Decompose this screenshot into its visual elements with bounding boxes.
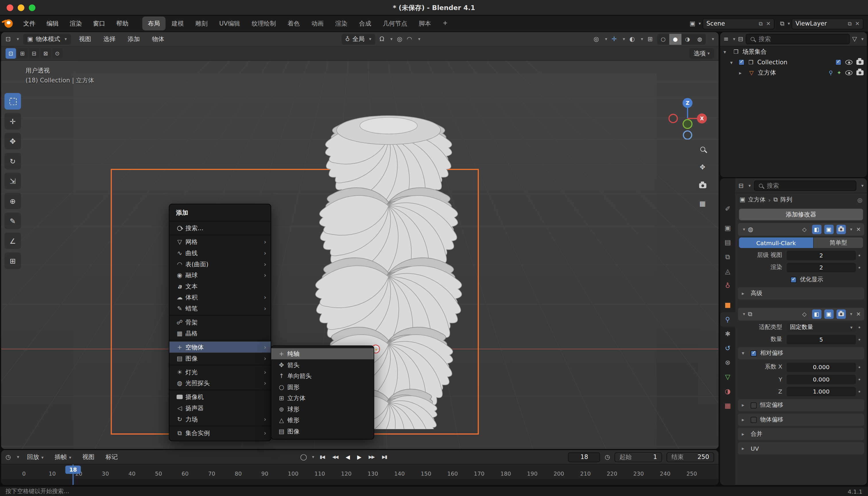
add-menu-item[interactable]: ☁ 体积 › (169, 292, 271, 303)
viewlayer-name-field[interactable]: ViewLayer ⧉ ✕ (792, 18, 864, 29)
new-scene-icon[interactable]: ⧉ (759, 20, 763, 27)
add-menu-item[interactable] (169, 365, 271, 366)
animate-dot[interactable] (856, 254, 863, 256)
jump-to-end-button[interactable]: ▶▮ (380, 453, 389, 461)
topbar-menu[interactable]: 渲染 (65, 17, 87, 30)
add-modifier-button[interactable]: 添加修改器 (739, 209, 863, 220)
submenu-item[interactable]: ✥ 箭头 (271, 359, 374, 371)
exclude-checkbox[interactable] (835, 59, 841, 65)
constant-offset-section[interactable]: ▸ 恒定偏移 (738, 399, 864, 411)
tab-object[interactable]: ■ (720, 298, 735, 312)
timeline-track-strip[interactable] (1, 479, 718, 485)
add-menu-item[interactable]: ∿ 曲线 › (169, 247, 271, 259)
workspace-tab[interactable]: 雕刻 (190, 17, 213, 30)
topbar-menu[interactable]: 文件 (18, 17, 41, 30)
submenu-item[interactable]: ↑ 单向箭头 (271, 370, 374, 382)
workspace-tab[interactable]: 布局 (142, 17, 166, 30)
timeline-ruler[interactable]: 0 10 20 30 40 50 60 70 80 90 (1, 464, 718, 479)
object-offset-section[interactable]: ▸ 物体偏移 (738, 414, 864, 426)
relative-offset-checkbox[interactable] (750, 350, 757, 356)
annotate-tool[interactable]: ✎ (4, 213, 21, 229)
play-reverse-button[interactable]: ◀ (344, 452, 352, 462)
select-subtract-button[interactable]: ⊟ (29, 48, 39, 59)
overlays-icon[interactable]: ◐ (630, 35, 635, 43)
proportional-editing-icon[interactable]: ◎ (397, 35, 402, 43)
new-viewlayer-icon[interactable]: ⧉ (848, 20, 852, 27)
navigation-gizmo[interactable]: Z X (666, 97, 709, 140)
workspace-tab[interactable]: 着色 (282, 17, 306, 30)
workspace-tab[interactable]: 建模 (166, 17, 189, 30)
select-intersect-button[interactable]: ⊙ (52, 48, 63, 59)
viewport-menu[interactable]: 添加 (124, 33, 143, 45)
constant-offset-checkbox[interactable] (750, 402, 757, 408)
pin-icon[interactable]: ◎ (857, 196, 863, 203)
frame-end-field[interactable]: 结束 250 (666, 452, 714, 462)
shading-wireframe-button[interactable]: ○ (657, 34, 669, 45)
workspace-tab[interactable]: 脚本 (413, 17, 437, 30)
tab-texture[interactable]: ▦ (720, 399, 735, 413)
transform-tool[interactable]: ⊕ (4, 192, 21, 209)
select-invert-button[interactable]: ⊠ (41, 48, 51, 59)
play-button[interactable]: ▶ (355, 452, 363, 462)
animate-dot[interactable] (856, 391, 863, 392)
submenu-item[interactable]: ⊚ 球形 (271, 404, 374, 415)
properties-search-input[interactable]: 搜索 (754, 180, 856, 191)
workspace-tab[interactable]: 渲染 (330, 17, 353, 30)
object-offset-checkbox[interactable] (750, 417, 757, 422)
workspace-tab[interactable]: 合成 (354, 17, 377, 30)
animate-dot[interactable] (856, 378, 863, 380)
workspace-tab[interactable]: UV编辑 (214, 17, 245, 30)
outliner-row-cube[interactable]: ▸ ▽ 立方体 ⚲ ✦ (720, 67, 867, 78)
optimal-display-checkbox[interactable] (790, 276, 796, 282)
outliner-display-mode-icon[interactable]: ⊟ (738, 35, 743, 43)
shading-rendered-button[interactable]: ◍ (694, 34, 706, 45)
tab-view-layer[interactable]: ⧉ (720, 250, 735, 264)
show-in-render-toggle[interactable] (836, 309, 846, 319)
relative-offset-section[interactable]: ▾ 相对偏移 (738, 347, 864, 359)
factor-z-field[interactable]: 1.000 (787, 387, 856, 396)
tab-object-data[interactable]: ▽ (720, 370, 735, 384)
add-menu-item[interactable]: ◠ 表(曲面) › (169, 259, 271, 270)
jump-to-start-button[interactable]: ▮◀ (317, 453, 327, 461)
prev-keyframe-button[interactable]: ◀◀ (330, 453, 340, 461)
tab-modifiers[interactable]: ⚲ (720, 312, 735, 327)
options-dropdown[interactable]: 选项 ▾ (689, 48, 714, 59)
current-frame-field[interactable]: 18 (568, 452, 600, 462)
animate-dot[interactable] (856, 267, 863, 268)
outliner-search-input[interactable]: 搜索 (746, 34, 850, 45)
add-cube-tool[interactable]: ⊞ (4, 252, 21, 269)
workspace-tab[interactable]: + (437, 17, 453, 30)
levels-render-field[interactable]: 2 (787, 263, 856, 272)
move-tool[interactable]: ✥ (4, 133, 21, 150)
viewport-menu[interactable]: 选择 (99, 33, 119, 45)
show-in-editmode-toggle[interactable]: ◧ (812, 309, 821, 319)
add-menu-item[interactable]: a 文本 (169, 281, 271, 292)
add-menu-item[interactable]: 摄像机 (169, 391, 271, 403)
expand-icon[interactable]: ▾ (743, 227, 745, 232)
workspace-tab[interactable]: 纹理绘制 (246, 17, 281, 30)
render-visibility-icon[interactable] (856, 60, 864, 65)
tab-scene[interactable]: ◬ (720, 264, 735, 278)
animate-dot[interactable] (856, 366, 863, 368)
render-visibility-icon[interactable] (856, 70, 864, 75)
collection-checkbox[interactable] (739, 59, 745, 65)
add-menu-item[interactable] (169, 390, 271, 390)
add-menu-item[interactable]: ✎ 蜡笔 › (169, 303, 271, 314)
simple-button[interactable]: 简单型 (814, 237, 863, 248)
properties-editor-icon[interactable]: ⊟ (739, 182, 744, 189)
breadcrumb-modifier[interactable]: 阵列 (780, 196, 792, 203)
levels-viewport-field[interactable]: 2 (787, 251, 856, 260)
scale-tool[interactable]: ⇲ (4, 173, 21, 189)
viewport-menu[interactable]: 视图 (75, 33, 95, 45)
tab-world[interactable]: ♁ (720, 278, 735, 293)
add-menu-item[interactable]: + 空物体 › (169, 342, 271, 353)
add-menu-item[interactable]: ▽ 网格 › (169, 236, 271, 247)
show-on-cage-toggle[interactable]: ◇ (800, 225, 809, 234)
frame-start-field[interactable]: 起始 1 (615, 452, 662, 462)
advanced-section[interactable]: ▸ 高级 (738, 287, 864, 299)
next-keyframe-button[interactable]: ▶▶ (367, 453, 376, 461)
add-menu-item[interactable]: ▤ 图像 › (169, 353, 271, 364)
animate-dot[interactable] (856, 326, 863, 328)
animate-dot[interactable] (856, 338, 863, 340)
uv-section[interactable]: ▸ UV (738, 442, 864, 454)
